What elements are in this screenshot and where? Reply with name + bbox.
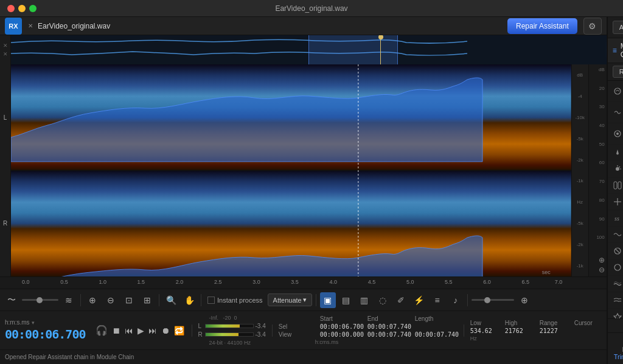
R-meter-fill (206, 333, 239, 336)
position-headers: Start End Length (279, 315, 458, 322)
settings-icon[interactable]: ⚙ (583, 18, 602, 35)
scroll-button[interactable]: 🔍 (163, 292, 179, 308)
timeline-inner: 0.0 0.5 1.0 1.5 2.0 2.5 3.0 3.5 4.0 4.5 … (22, 277, 571, 289)
module-item-de-clip[interactable]: De-clip (608, 177, 623, 194)
de-plosive-icon (613, 246, 622, 256)
time-format-arrow[interactable]: ▾ (32, 320, 35, 326)
zoom-in-button[interactable]: ⊕ (85, 292, 100, 308)
maximize-button[interactable] (29, 5, 37, 12)
R-channel-label: R (198, 331, 203, 338)
module-item-de-crackle[interactable]: De-crackle (608, 194, 623, 210)
module-item-de-plosive[interactable]: De-plosive (608, 243, 623, 259)
L-channel-label: L (198, 323, 203, 329)
sep3 (464, 325, 464, 337)
more-modules-button[interactable]: › (608, 318, 623, 332)
module-item-de-wind[interactable]: De-wind (608, 292, 623, 309)
filter-select[interactable]: All Repair Utility (613, 21, 623, 34)
transport-bar: h:m:s.ms ▾ 00:00:06.700 🎧 ⏹ ⏮ ▶ ⏭ ⏺ 🔁 -I… (0, 311, 607, 349)
overview-canvas[interactable] (11, 35, 607, 64)
minimize-button[interactable] (18, 5, 26, 12)
hz-scale-item: Hz (577, 199, 583, 205)
tab-bar: RX ✕ EarVideo_original.wav Repair Assist… (0, 17, 607, 35)
fit-all-button[interactable]: ⊞ (139, 292, 155, 308)
hcms-label: h:cms.ms (279, 339, 458, 345)
hz-scale-item: -1k (577, 178, 583, 184)
instant-process-group: Instant process (205, 297, 265, 304)
loop-button[interactable]: 🔁 (173, 325, 186, 337)
magic-wand-button[interactable]: ⚡ (411, 292, 427, 308)
length-value: 00:00:07.740 (415, 331, 458, 338)
module-chain-header: ≡ Module Chain (608, 38, 623, 63)
status-message: Opened Repair Assistant chain in Module … (5, 354, 134, 360)
rewind-button[interactable]: ⏮ (124, 325, 134, 337)
attenuate-button[interactable]: Attenuate ▾ (268, 294, 312, 306)
overview-collapse-icon[interactable]: ✕ (3, 43, 8, 49)
play-button[interactable]: ▶ (136, 325, 145, 337)
repair-filter: Repair Utility ▾ (608, 63, 623, 81)
freq-select-button[interactable]: ▥ (357, 292, 372, 308)
zoom-slider-left[interactable] (22, 299, 58, 301)
piano-button[interactable]: ♪ (448, 292, 464, 308)
module-item-breath-control[interactable]: Breath Control (608, 102, 623, 123)
center-extract-icon (613, 129, 622, 139)
module-item-de-reverb[interactable]: De-reverb (608, 259, 623, 276)
separator-3 (201, 294, 201, 306)
hand-tool-button[interactable]: ✋ (181, 292, 197, 308)
module-item-de-ess[interactable]: ss De-ess (608, 210, 623, 227)
instant-process-checkbox[interactable] (207, 297, 215, 304)
harmonic-button[interactable]: ≡ (430, 292, 445, 308)
zoom-out-button[interactable]: ⊖ (103, 292, 119, 308)
module-list: Ambience Match Breath Control Center Ext… (608, 81, 623, 318)
module-item-ambience-match[interactable]: Ambience Match (608, 81, 623, 102)
zoom-slider-right[interactable] (472, 299, 514, 301)
zoom-out-icon[interactable]: ⊖ (599, 266, 605, 274)
range-header: Range (540, 320, 567, 326)
de-crackle-icon (613, 197, 622, 207)
tab-label[interactable]: EarVideo_original.wav (38, 22, 110, 30)
view-start-value: 00:00:00.000 (320, 331, 363, 338)
L-meter-row: L -3.4 (198, 323, 266, 329)
module-item-de-rustle[interactable]: De-rustle (608, 276, 623, 292)
waveform-tool-button[interactable]: 〜 (4, 292, 19, 308)
svg-line-18 (616, 249, 619, 253)
repair-select[interactable]: Repair Utility (613, 66, 623, 78)
module-item-de-bleed[interactable]: De-bleed (608, 145, 623, 161)
module-chain-icon: ≡ (613, 46, 617, 55)
low-header: Low (470, 320, 498, 326)
overview-zoom-icon[interactable]: ✕ (3, 51, 8, 57)
headphones-icon[interactable]: 🎧 (94, 323, 109, 337)
close-button[interactable] (7, 5, 15, 12)
spectrogram-wrapper[interactable]: L R (0, 64, 607, 276)
time-display-group: h:m:s.ms ▾ 00:00:06.700 (5, 319, 86, 342)
spectrogram-main[interactable]: sec (11, 64, 571, 276)
view-label: View (279, 331, 315, 338)
record-button[interactable]: ⏺ (160, 325, 171, 337)
rect-select-button[interactable]: ▣ (320, 292, 336, 308)
time-select-button[interactable]: ▤ (338, 292, 354, 308)
history-item-initial[interactable]: Initial State (613, 346, 623, 353)
stop-button[interactable]: ⏹ (111, 325, 122, 337)
brush-button[interactable]: ✐ (393, 292, 409, 308)
hz-scale-item: -5k (577, 136, 583, 142)
tab-close-icon[interactable]: ✕ (28, 22, 33, 29)
channel-L-label: L (4, 114, 7, 121)
lasso-button[interactable]: ◌ (375, 292, 391, 308)
freq-info: Low High Range Cursor 534.62 21762 21227… (470, 320, 602, 342)
sel-end-value: 00:00:07.740 (367, 323, 410, 330)
module-item-de-click[interactable]: De-click (608, 161, 623, 177)
zoom-in-icon[interactable]: ⊕ (599, 256, 605, 264)
sep2 (272, 325, 273, 337)
spectral-tool-button[interactable]: ≋ (61, 292, 77, 308)
L-meter-value: -3.4 (256, 323, 266, 329)
module-item-de-hum[interactable]: De-hum (608, 227, 623, 243)
repair-assistant-button[interactable]: Repair Assistant (507, 18, 577, 34)
history-item-trim[interactable]: Trim to Selection (613, 353, 623, 360)
sep (192, 325, 192, 337)
fit-selection-button[interactable]: ⊡ (121, 292, 137, 308)
separator-5 (467, 294, 468, 306)
module-item-center-extract[interactable]: Center Extract (608, 123, 623, 145)
zoom-reset-button[interactable]: ⊕ (517, 292, 532, 308)
separator-4 (316, 294, 316, 306)
fast-forward-button[interactable]: ⏭ (147, 325, 158, 337)
module-item-deconstruct[interactable]: Deconstruct (608, 309, 623, 318)
